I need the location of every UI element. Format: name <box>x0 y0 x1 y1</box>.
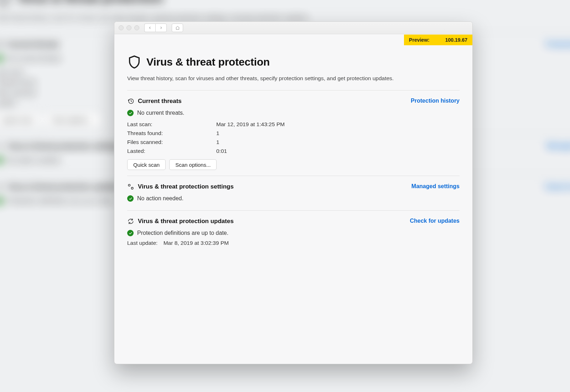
lasted-value: 0:01 <box>216 148 460 154</box>
page-header: Virus & threat protection <box>127 55 460 69</box>
minimize-dot[interactable] <box>126 25 131 30</box>
back-button[interactable] <box>144 24 155 32</box>
threats-found-value: 1 <box>216 130 460 136</box>
last-update-row: Last update: Mar 8, 2019 at 3:02:39 PM <box>127 240 460 246</box>
last-scan-value: Mar 12, 2019 at 1:43:25 PM <box>216 121 460 128</box>
svg-point-0 <box>0 42 2 48</box>
lasted-label: Lasted: <box>127 148 216 154</box>
preview-label: Preview: <box>409 37 430 43</box>
shield-icon <box>127 55 141 69</box>
check-ok-icon <box>127 195 134 202</box>
close-dot[interactable] <box>119 25 124 30</box>
check-ok-icon <box>127 110 134 116</box>
section-current-threats: Current threats Protection history No cu… <box>127 90 460 176</box>
window-controls <box>119 25 139 30</box>
page-title: Virus & threat protection <box>146 56 270 68</box>
scan-options-button[interactable]: Scan options... <box>169 159 217 170</box>
app-window: Preview: 100.19.67 Virus & threat protec… <box>114 21 473 364</box>
home-button[interactable] <box>172 24 183 32</box>
check-updates-link[interactable]: Check for updates <box>410 218 460 224</box>
settings-status-text: No action needed. <box>137 195 183 202</box>
settings-icon <box>127 183 134 190</box>
last-update-value: Mar 8, 2019 at 3:02:39 PM <box>164 240 229 246</box>
threats-found-label: Threats found: <box>127 130 216 136</box>
svg-point-4 <box>128 184 130 186</box>
preview-banner: Preview: 100.19.67 <box>404 35 472 45</box>
titlebar <box>114 22 472 34</box>
settings-status-row: No action needed. <box>127 195 460 202</box>
updates-heading: Virus & threat protection updates <box>138 218 234 225</box>
threats-status-row: No current threats. <box>127 110 460 116</box>
refresh-icon <box>127 218 134 225</box>
current-threats-heading: Current threats <box>138 98 182 105</box>
section-protection-settings: Virus & threat protection settings Manag… <box>127 176 460 210</box>
scan-stats: Last scan: Mar 12, 2019 at 1:43:25 PM Th… <box>127 121 460 154</box>
svg-point-2 <box>0 147 1 149</box>
content-area: Virus & threat protection View threat hi… <box>114 34 472 259</box>
check-ok-icon <box>127 230 134 236</box>
svg-point-5 <box>131 187 133 189</box>
forward-button[interactable] <box>155 24 167 32</box>
last-scan-label: Last scan: <box>127 121 216 128</box>
last-update-label: Last update: <box>127 240 157 246</box>
threats-status-text: No current threats. <box>137 110 185 116</box>
files-scanned-value: 1 <box>216 139 460 145</box>
updates-status-row: Protection definitions are up to date. <box>127 230 460 236</box>
quick-scan-button[interactable]: Quick scan <box>127 159 166 170</box>
preview-version: 100.19.67 <box>445 37 467 43</box>
files-scanned-label: Files scanned: <box>127 139 216 145</box>
section-protection-updates: Virus & threat protection updates Check … <box>127 210 460 252</box>
settings-heading: Virus & threat protection settings <box>138 183 234 190</box>
nav-back-forward <box>144 24 167 32</box>
updates-status-text: Protection definitions are up to date. <box>137 230 228 236</box>
protection-history-link[interactable]: Protection history <box>411 98 460 104</box>
page-subtitle: View threat history, scan for viruses an… <box>127 74 460 82</box>
zoom-dot[interactable] <box>134 25 139 30</box>
managed-settings-link[interactable]: Managed settings <box>411 183 460 190</box>
history-icon <box>127 98 134 105</box>
